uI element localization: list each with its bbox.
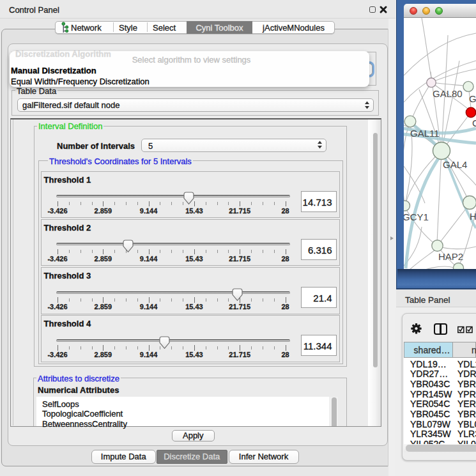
svg-text:GAL4: GAL4 <box>443 159 467 170</box>
svg-text:H: H <box>470 211 476 222</box>
svg-text:G.: G. <box>469 93 476 104</box>
svg-text:C: C <box>472 118 476 128</box>
svg-text:GAL80: GAL80 <box>433 88 463 99</box>
svg-text:HAP2: HAP2 <box>438 251 463 262</box>
svg-text:GAL11: GAL11 <box>410 128 440 139</box>
svg-text:GCY1: GCY1 <box>404 211 429 222</box>
